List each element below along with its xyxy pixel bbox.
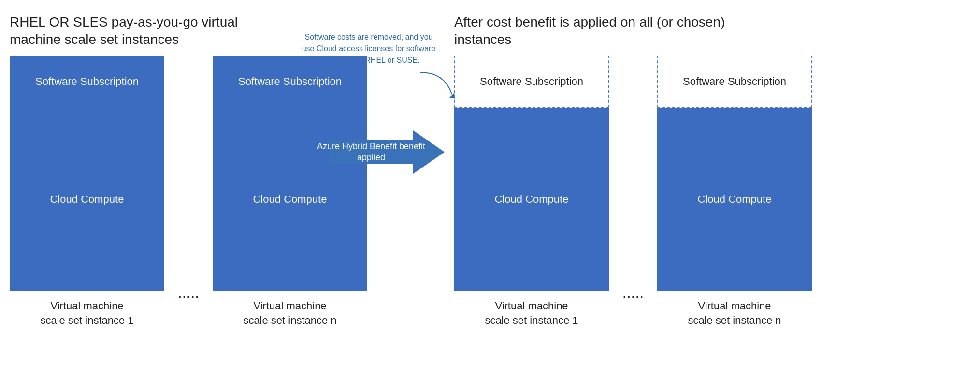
right-software-subscription-n: Software Subscription (657, 56, 812, 108)
right-instances-group: Software Subscription Cloud Compute Virt… (454, 56, 812, 327)
left-cloud-compute-1: Cloud Compute (10, 108, 164, 291)
left-vm-label-n: Virtual machinescale set instance n (213, 299, 367, 327)
arrow-shape (329, 130, 445, 174)
right-cloud-compute-1: Cloud Compute (454, 108, 609, 291)
callout-arrow-icon (416, 68, 459, 108)
right-ellipsis: ..... (619, 157, 648, 391)
right-cloud-compute-n: Cloud Compute (657, 108, 812, 291)
right-software-subscription-1: Software Subscription (454, 56, 609, 108)
right-vm-label-1: Virtual machinescale set instance 1 (454, 299, 609, 327)
svg-marker-1 (329, 130, 445, 174)
left-vm-label-1: Virtual machinescale set instance 1 (10, 299, 164, 327)
right-vm-label-n: Virtual machinescale set instance n (657, 299, 812, 327)
right-vm-column-1: Software Subscription Cloud Compute Virt… (454, 56, 609, 327)
right-section-title: After cost benefit is applied on all (or… (454, 14, 735, 49)
left-ellipsis: ..... (174, 157, 203, 391)
left-section-title: RHEL OR SLES pay-as-you-go virtual machi… (10, 14, 290, 49)
left-software-subscription-1: Software Subscription (10, 56, 164, 108)
left-vm-column-1: Software Subscription Cloud Compute Virt… (10, 56, 164, 327)
azure-hybrid-benefit-arrow-container (329, 130, 445, 174)
left-vm-column-n: Software Subscription Cloud Compute Virt… (213, 56, 367, 327)
left-instances-group: Software Subscription Cloud Compute Virt… (10, 56, 367, 327)
right-vm-column-n: Software Subscription Cloud Compute Virt… (657, 56, 812, 327)
left-software-subscription-n: Software Subscription (213, 56, 367, 108)
